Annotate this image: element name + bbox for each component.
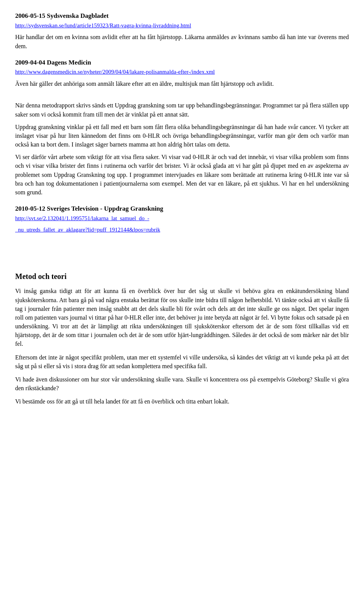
article-2-para-3: Vi ser därför vårt arbete som viktigt fö… bbox=[15, 153, 349, 197]
article-1: 2006-05-15 Sydsvenska Dagbladet http://s… bbox=[15, 11, 349, 50]
article-3: 2010-05-12 Sveriges Television - Uppdrag… bbox=[15, 204, 349, 234]
article-1-url[interactable]: http://sydsvenskan.se/lund/article159323… bbox=[15, 22, 349, 30]
article-1-title: 2006-05-15 Sydsvenska Dagbladet bbox=[15, 11, 349, 21]
article-3-url-line2[interactable]: _nu_utreds_fallet_av_aklagare?lid=puff_1… bbox=[15, 226, 349, 234]
article-2-para-2: Uppdrag granskning vinklar på ett fall m… bbox=[15, 123, 349, 149]
metod-para-1: Eftersom det inte är något specifikt pro… bbox=[15, 353, 349, 370]
metod-para-2: Vi hade även diskussioner om hur stor vå… bbox=[15, 375, 349, 392]
article-2: 2009-04-04 Dagens Medicin http://www.dag… bbox=[15, 58, 349, 197]
article-3-title: 2010-05-12 Sveriges Television - Uppdrag… bbox=[15, 204, 349, 214]
metod-section: Metod och teori Vi insåg ganska tidigt a… bbox=[15, 271, 349, 406]
article-3-url-line1[interactable]: http://svt.se/2.132041/1.1995751/lakarna… bbox=[15, 214, 349, 223]
metod-para-0: Vi insåg ganska tidigt att för att kunna… bbox=[15, 287, 349, 348]
article-1-body: Här handlar det om en kvinna som avlidit… bbox=[15, 33, 349, 50]
article-2-para-1: När denna metodrapport skrivs sänds ett … bbox=[15, 101, 349, 118]
article-2-para-0: Även här gäller det anhöriga som anmält … bbox=[15, 79, 349, 88]
metod-para-3: Vi bestämde oss för att gå ut till hela … bbox=[15, 397, 349, 406]
metod-heading: Metod och teori bbox=[15, 271, 349, 282]
article-2-title: 2009-04-04 Dagens Medicin bbox=[15, 58, 349, 68]
article-2-url[interactable]: http://www.dagensmedicin.se/nyheter/2009… bbox=[15, 68, 349, 76]
